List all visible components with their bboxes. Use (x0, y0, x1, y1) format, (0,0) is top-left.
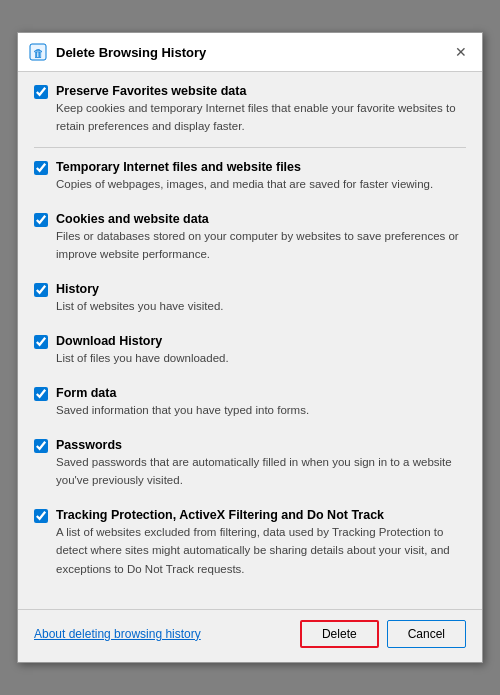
option-desc-cookies: Files or databases stored on your comput… (56, 230, 459, 260)
option-label-form-data[interactable]: Form data (56, 386, 466, 400)
option-desc-download-history: List of files you have downloaded. (56, 352, 229, 364)
dialog-footer: About deleting browsing history Delete C… (18, 609, 482, 662)
checkbox-history[interactable] (34, 283, 48, 297)
about-link[interactable]: About deleting browsing history (34, 627, 201, 641)
checkbox-wrap-tracking (34, 509, 48, 527)
checkbox-wrap-preserve-favorites (34, 85, 48, 103)
option-desc-passwords: Saved passwords that are automatically f… (56, 456, 452, 486)
checkbox-wrap-form-data (34, 387, 48, 405)
option-item-history: HistoryList of websites you have visited… (34, 282, 466, 324)
close-button[interactable]: ✕ (450, 41, 472, 63)
option-item-preserve-favorites: Preserve Favorites website dataKeep cook… (34, 84, 466, 147)
checkbox-wrap-download-history (34, 335, 48, 353)
footer-buttons: Delete Cancel (300, 620, 466, 648)
option-item-form-data: Form dataSaved information that you have… (34, 386, 466, 428)
option-content-download-history: Download HistoryList of files you have d… (56, 334, 466, 366)
delete-browsing-history-dialog: 🗑 Delete Browsing History ✕ Preserve Fav… (17, 32, 483, 662)
option-label-preserve-favorites[interactable]: Preserve Favorites website data (56, 84, 466, 98)
checkbox-temp-files[interactable] (34, 161, 48, 175)
option-item-download-history: Download HistoryList of files you have d… (34, 334, 466, 376)
dialog-body: Preserve Favorites website dataKeep cook… (18, 72, 482, 608)
option-label-passwords[interactable]: Passwords (56, 438, 466, 452)
option-content-tracking: Tracking Protection, ActiveX Filtering a… (56, 508, 466, 576)
checkbox-cookies[interactable] (34, 213, 48, 227)
checkbox-tracking[interactable] (34, 509, 48, 523)
checkbox-wrap-cookies (34, 213, 48, 231)
option-desc-preserve-favorites: Keep cookies and temporary Internet file… (56, 102, 456, 132)
checkbox-wrap-history (34, 283, 48, 301)
checkbox-form-data[interactable] (34, 387, 48, 401)
svg-text:🗑: 🗑 (33, 47, 44, 59)
option-content-history: HistoryList of websites you have visited… (56, 282, 466, 314)
dialog-title: Delete Browsing History (56, 45, 206, 60)
option-item-temp-files: Temporary Internet files and website fil… (34, 160, 466, 202)
title-bar: 🗑 Delete Browsing History ✕ (18, 33, 482, 72)
checkbox-preserve-favorites[interactable] (34, 85, 48, 99)
option-item-tracking: Tracking Protection, ActiveX Filtering a… (34, 508, 466, 586)
option-label-download-history[interactable]: Download History (56, 334, 466, 348)
option-content-passwords: PasswordsSaved passwords that are automa… (56, 438, 466, 488)
option-item-cookies: Cookies and website dataFiles or databas… (34, 212, 466, 272)
option-label-history[interactable]: History (56, 282, 466, 296)
option-content-cookies: Cookies and website dataFiles or databas… (56, 212, 466, 262)
checkbox-passwords[interactable] (34, 439, 48, 453)
option-content-temp-files: Temporary Internet files and website fil… (56, 160, 466, 192)
checkbox-wrap-temp-files (34, 161, 48, 179)
option-label-tracking[interactable]: Tracking Protection, ActiveX Filtering a… (56, 508, 466, 522)
checkbox-download-history[interactable] (34, 335, 48, 349)
option-content-form-data: Form dataSaved information that you have… (56, 386, 466, 418)
option-label-cookies[interactable]: Cookies and website data (56, 212, 466, 226)
option-desc-history: List of websites you have visited. (56, 300, 223, 312)
delete-button[interactable]: Delete (300, 620, 379, 648)
option-desc-temp-files: Copies of webpages, images, and media th… (56, 178, 433, 190)
cancel-button[interactable]: Cancel (387, 620, 466, 648)
dialog-icon: 🗑 (28, 42, 48, 62)
checkbox-wrap-passwords (34, 439, 48, 457)
option-item-passwords: PasswordsSaved passwords that are automa… (34, 438, 466, 498)
option-desc-tracking: A list of websites excluded from filteri… (56, 526, 450, 574)
option-content-preserve-favorites: Preserve Favorites website dataKeep cook… (56, 84, 466, 134)
title-bar-left: 🗑 Delete Browsing History (28, 42, 206, 62)
option-desc-form-data: Saved information that you have typed in… (56, 404, 309, 416)
option-label-temp-files[interactable]: Temporary Internet files and website fil… (56, 160, 466, 174)
